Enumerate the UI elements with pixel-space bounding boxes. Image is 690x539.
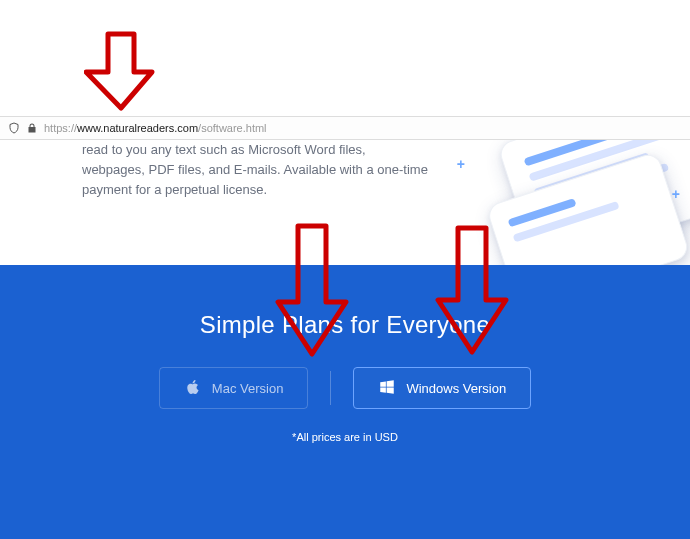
windows-icon [378, 378, 396, 399]
hero-section: read to you any text such as Microsoft W… [0, 140, 690, 265]
pricing-section: Simple Plans for Everyone Mac Version Wi… [0, 265, 690, 539]
plus-icon: + [457, 156, 465, 172]
windows-version-label: Windows Version [406, 381, 506, 396]
url-text: https://www.naturalreaders.com/software.… [44, 122, 267, 134]
pricing-title: Simple Plans for Everyone [200, 311, 490, 339]
apple-icon [184, 378, 202, 399]
shield-icon [8, 122, 20, 134]
mac-version-button[interactable]: Mac Version [159, 367, 309, 409]
lock-icon [26, 122, 38, 134]
mac-version-label: Mac Version [212, 381, 284, 396]
address-bar[interactable]: https://www.naturalreaders.com/software.… [0, 116, 690, 140]
plus-icon: + [672, 186, 680, 202]
windows-version-button[interactable]: Windows Version [353, 367, 531, 409]
pricing-footnote: *All prices are in USD [292, 431, 398, 443]
hero-graphic [469, 140, 690, 265]
vertical-divider [330, 371, 331, 405]
version-toggle: Mac Version Windows Version [159, 367, 531, 409]
hero-description: read to you any text such as Microsoft W… [82, 140, 432, 200]
annotation-arrow-url [84, 28, 158, 116]
